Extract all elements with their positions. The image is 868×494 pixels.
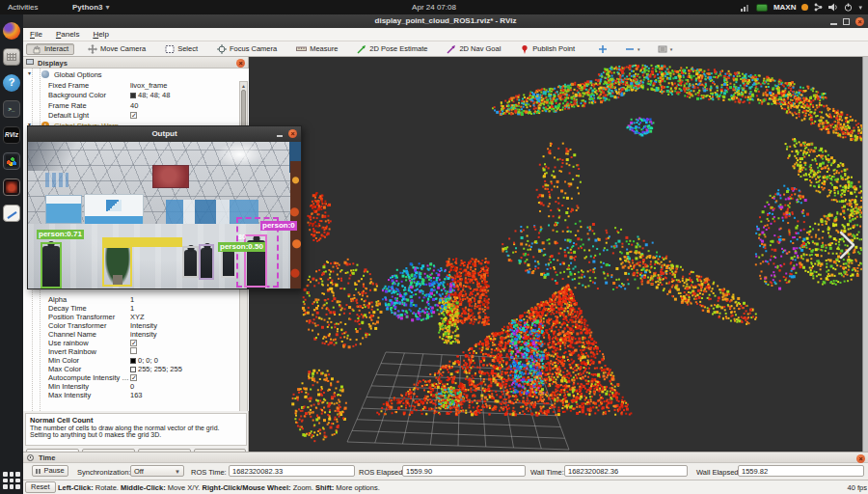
tool-pose-estimate[interactable]: 2D Pose Estimate bbox=[351, 43, 433, 55]
wall-elapsed-field[interactable]: 1559.82 bbox=[738, 465, 864, 477]
tool-publish-point[interactable]: Publish Point bbox=[514, 43, 581, 55]
caret-down-icon: ▾ bbox=[670, 46, 673, 52]
tool-label: Move Camera bbox=[100, 44, 146, 53]
reset-button[interactable]: Reset bbox=[25, 481, 56, 493]
tool-label: Focus Camera bbox=[230, 44, 277, 53]
property-help-box: Normal Cell Count The number of cells to… bbox=[25, 413, 247, 446]
help-body: The number of cells to draw along the no… bbox=[30, 425, 242, 438]
clock-icon bbox=[27, 454, 34, 461]
ceiling-shadow bbox=[28, 142, 86, 171]
minimize-button[interactable] bbox=[830, 23, 837, 25]
row-value[interactable]: ✓ bbox=[130, 111, 137, 120]
next-view-chevron-icon[interactable] bbox=[837, 230, 858, 261]
remove-tool-button[interactable]: ▾ bbox=[619, 43, 646, 55]
menu-file[interactable]: File bbox=[23, 28, 49, 41]
mouse-hint-text: Left-Click: Rotate. Middle-Click: Move X… bbox=[58, 483, 380, 492]
firefox-icon[interactable] bbox=[3, 22, 20, 40]
color-swatch bbox=[130, 93, 136, 98]
hint-segment: Zoom. bbox=[291, 483, 315, 492]
tree-row-global-options[interactable]: ▾Global Options bbox=[23, 69, 239, 79]
signal-icon bbox=[741, 3, 750, 12]
measure-icon bbox=[296, 44, 307, 53]
tool-focus-camera[interactable]: Focus Camera bbox=[211, 43, 283, 55]
displays-panel-header[interactable]: Displays × bbox=[23, 57, 248, 69]
pause-icon bbox=[39, 469, 41, 474]
expander-icon[interactable]: ▾ bbox=[28, 69, 31, 76]
tool-measure[interactable]: Measure bbox=[290, 43, 343, 55]
camera-image: person:0.71person:0.50person:080 bbox=[28, 142, 301, 288]
prop-value[interactable]: 163 bbox=[130, 391, 143, 399]
wall-time-field[interactable]: 1682320082.36 bbox=[564, 465, 688, 477]
tool-nav-goal[interactable]: 2D Nav Goal bbox=[441, 43, 506, 55]
window-titlebar[interactable]: display_point_cloud_ROS1.rviz* - RViz × bbox=[23, 14, 868, 28]
checkbox[interactable]: ✓ bbox=[130, 340, 137, 346]
time-panel-header[interactable]: Time × bbox=[23, 453, 868, 463]
tool-interact[interactable]: Interact bbox=[26, 43, 74, 55]
output-title: Output bbox=[28, 129, 301, 138]
image-preview-1-icon[interactable] bbox=[3, 152, 20, 170]
time-panel-close-button[interactable]: × bbox=[856, 454, 865, 463]
checkbox[interactable] bbox=[130, 347, 137, 354]
scroll-up-icon[interactable]: ▲ bbox=[240, 83, 247, 89]
prop-label: Max Intensity bbox=[48, 391, 91, 399]
interact-icon bbox=[32, 44, 41, 54]
close-button[interactable]: × bbox=[855, 17, 864, 26]
3d-viewport[interactable] bbox=[249, 57, 868, 466]
menu-help[interactable]: Help bbox=[86, 28, 115, 41]
top-bar: Activities Python3▾ Apr 24 07:08 MAXN▾ bbox=[0, 0, 868, 14]
time-panel-body: Pause Synchronization: Off▼ ROS Time:168… bbox=[23, 463, 868, 480]
text-editor-icon[interactable] bbox=[3, 205, 20, 222]
image-preview-2-icon[interactable] bbox=[3, 178, 20, 196]
power-icon bbox=[844, 3, 853, 12]
detection-box bbox=[199, 244, 214, 280]
detection-label: person:0.71 bbox=[37, 230, 84, 239]
displays-title: Displays bbox=[38, 59, 68, 68]
synchronization-dropdown[interactable]: Off▼ bbox=[130, 465, 184, 477]
hint-segment: Middle-Click: bbox=[121, 483, 166, 492]
row-value[interactable]: livox_frame bbox=[130, 81, 167, 90]
detection-box bbox=[182, 246, 199, 278]
tool-select[interactable]: Select bbox=[159, 43, 203, 55]
tree-row-fixed-frame[interactable]: Fixed Framelivox_frame bbox=[23, 80, 239, 90]
output-close-button[interactable]: × bbox=[288, 129, 297, 138]
tree-row-frame-rate[interactable]: Frame Rate40 bbox=[23, 100, 239, 110]
dock: ?>_RViz bbox=[0, 14, 23, 494]
tree-row-background-color[interactable]: Background Color48; 48; 48 bbox=[23, 90, 239, 99]
output-window: Output × person:0.71person:0.50per bbox=[27, 125, 302, 289]
network-icon bbox=[814, 3, 823, 12]
tool-properties-button[interactable]: ▾ bbox=[652, 43, 679, 55]
prop-row-max-intensity[interactable]: Max Intensity163 bbox=[23, 390, 239, 399]
show-applications-icon[interactable] bbox=[3, 472, 20, 489]
globe-icon bbox=[41, 70, 49, 78]
system-tray[interactable]: MAXN▾ bbox=[741, 0, 862, 14]
pause-button[interactable]: Pause bbox=[32, 465, 68, 477]
detection-box bbox=[102, 246, 132, 287]
hint-segment: Move X/Y. bbox=[166, 483, 203, 492]
checkbox[interactable]: ✓ bbox=[130, 374, 137, 381]
tree-row-default-light[interactable]: Default Light✓ bbox=[23, 110, 239, 120]
add-tool-button[interactable] bbox=[592, 43, 613, 55]
output-titlebar[interactable]: Output × bbox=[28, 126, 301, 142]
row-value[interactable]: 40 bbox=[130, 101, 138, 110]
pointcloud-properties: Alpha1Decay Time1Position TransformerXYZ… bbox=[23, 294, 239, 400]
row-value[interactable]: 48; 48; 48 bbox=[130, 91, 170, 99]
clock[interactable]: Apr 24 07:08 bbox=[0, 3, 868, 12]
maximize-button[interactable] bbox=[843, 18, 850, 25]
tool-bar: InteractMove CameraSelectFocus CameraMea… bbox=[23, 41, 868, 57]
file-manager-icon[interactable] bbox=[3, 48, 20, 66]
right-panel-splitter[interactable] bbox=[862, 57, 868, 466]
help-viewer-icon[interactable]: ? bbox=[3, 74, 20, 92]
tool-move-camera[interactable]: Move Camera bbox=[82, 43, 151, 55]
output-minimize-button[interactable] bbox=[277, 135, 283, 137]
ros-elapsed-field[interactable]: 1559.90 bbox=[402, 465, 526, 477]
displays-close-button[interactable]: × bbox=[236, 59, 245, 68]
ros-time-field[interactable]: 1682320082.33 bbox=[229, 465, 355, 477]
tool-label: Select bbox=[177, 44, 198, 53]
pointcloud-canvas[interactable] bbox=[249, 57, 862, 466]
menu-panels[interactable]: Panels bbox=[49, 28, 86, 41]
terminal-icon[interactable]: >_ bbox=[3, 100, 20, 118]
checkbox[interactable]: ✓ bbox=[130, 112, 137, 119]
rviz-icon[interactable]: RViz bbox=[3, 126, 20, 144]
detection-score-text: 80 bbox=[238, 233, 246, 240]
tool-properties-icon bbox=[658, 44, 667, 54]
